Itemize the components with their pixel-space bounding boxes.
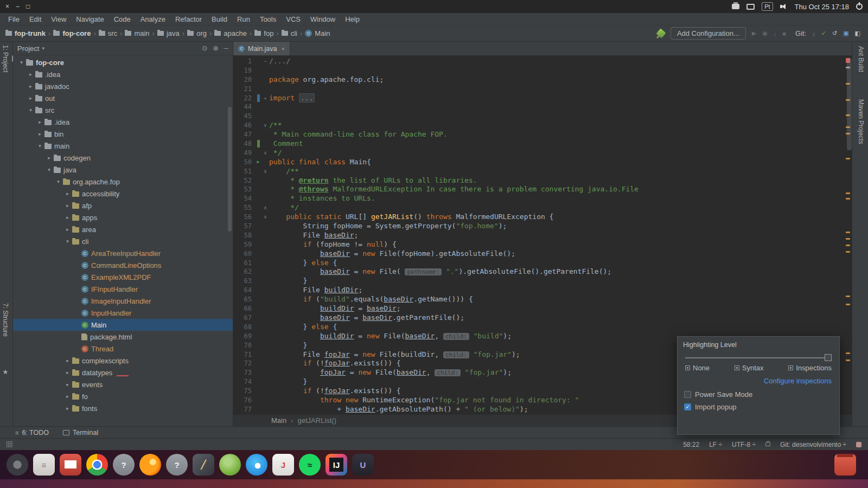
editor-scrollbar[interactable]	[847, 58, 852, 150]
tree-item-org-apache-fop[interactable]: ▾org.apache.fop	[13, 176, 233, 188]
printer-icon[interactable]	[732, 4, 739, 9]
breadcrumb-item-fop[interactable]: fop	[254, 29, 273, 37]
maximize-icon[interactable]: □	[26, 3, 30, 10]
breadcrumb-item-src[interactable]: src	[99, 29, 117, 37]
terminal-toolwindow[interactable]: Terminal	[63, 429, 98, 436]
level-syntax[interactable]: Syntax	[735, 364, 764, 372]
menu-item-refactor[interactable]: Refactor	[170, 13, 207, 25]
stripe-mark[interactable]	[846, 238, 850, 240]
tree-item-areatreeinputhandler[interactable]: CAreaTreeInputHandler	[13, 247, 233, 259]
menu-item-file[interactable]: File	[3, 13, 24, 25]
stripe-mark[interactable]	[846, 296, 850, 297]
tree-item-src[interactable]: ▾src	[13, 104, 233, 116]
fold-marker[interactable]: ∨	[261, 121, 269, 130]
tree-item-java[interactable]: ▾java	[13, 164, 233, 176]
stripe-mark[interactable]	[846, 232, 850, 233]
breadcrumb-item-org[interactable]: org	[187, 29, 207, 37]
dock-files-icon[interactable]: ≡	[33, 454, 55, 476]
tree-item-fo[interactable]: ▸fo	[13, 390, 233, 402]
tool-stripe-maven-projects[interactable]: Maven Projects	[857, 99, 865, 144]
expand-arrow-icon[interactable]: ▾	[17, 60, 25, 65]
tree-item-inputhandler[interactable]: CInputHandler	[13, 307, 233, 319]
dock-chrome-icon[interactable]	[86, 454, 108, 476]
git-commit-icon[interactable]: ✓	[821, 30, 826, 37]
tree-item-out[interactable]: ▸out	[13, 92, 233, 104]
close-tab-icon[interactable]: ×	[282, 46, 285, 52]
highlighting-indicator[interactable]	[856, 442, 861, 447]
fold-marker[interactable]: ∧	[261, 149, 269, 158]
gear-icon[interactable]: ⊛	[213, 44, 218, 52]
level-none[interactable]: None	[685, 364, 710, 372]
menu-item-run[interactable]: Run	[232, 13, 255, 25]
close-icon[interactable]: ×	[5, 3, 9, 10]
tree-item-complexscripts[interactable]: ▸complexscripts	[13, 355, 233, 367]
tree-item-javadoc[interactable]: ▸javadoc	[13, 80, 233, 92]
locate-icon[interactable]: ⊙	[202, 44, 207, 52]
menu-item-build[interactable]: Build	[207, 13, 232, 25]
tree-item-thread[interactable]: CThread	[13, 343, 233, 355]
expand-arrow-icon[interactable]: ▸	[63, 406, 72, 411]
dock-help-icon[interactable]: ?	[113, 454, 135, 476]
stripe-mark[interactable]	[846, 359, 850, 361]
expand-arrow-icon[interactable]: ▾	[27, 107, 35, 113]
stripe-mark[interactable]	[846, 251, 850, 253]
tree-item-ifinputhandler[interactable]: CIFInputHandler	[13, 283, 233, 295]
readonly-lock-icon[interactable]	[765, 442, 770, 446]
git-revert-icon[interactable]: ↺	[832, 30, 837, 37]
tree-item--idea[interactable]: ▸.idea	[13, 116, 233, 128]
tool-stripe-ant-build[interactable]: Ant Build	[857, 46, 865, 72]
fold-marker[interactable]: +	[261, 94, 269, 103]
keyboard-layout-indicator[interactable]: Pt	[762, 2, 773, 11]
tree-item-bin[interactable]: ▸bin	[13, 128, 233, 140]
menu-item-code[interactable]: Code	[109, 13, 136, 25]
stripe-mark[interactable]	[846, 192, 850, 194]
git-update-icon[interactable]: ↓	[812, 30, 815, 37]
expand-arrow-icon[interactable]: ▸	[27, 72, 35, 77]
project-scrollbar[interactable]	[228, 107, 232, 232]
expand-arrow-icon[interactable]: ▸	[45, 155, 53, 160]
expand-arrow-icon[interactable]: ▸	[27, 95, 35, 101]
tree-item-events[interactable]: ▸events	[13, 378, 233, 390]
dock-spotify-icon[interactable]: ≈	[299, 454, 321, 476]
project-panel-title[interactable]: Project▾	[17, 44, 44, 53]
stripe-mark[interactable]	[846, 304, 850, 305]
highlighting-slider[interactable]	[685, 353, 832, 363]
breadcrumb-item-fop-trunk[interactable]: fop-trunk	[5, 29, 46, 37]
menu-item-edit[interactable]: Edit	[24, 13, 46, 25]
dock-camera-icon[interactable]	[246, 454, 267, 476]
menu-item-tools[interactable]: Tools	[255, 13, 281, 25]
expand-arrow-icon[interactable]: ▸	[36, 119, 44, 125]
breadcrumb-item-java[interactable]: java	[157, 29, 180, 37]
configure-inspections-link[interactable]: Configure inspections	[678, 372, 839, 386]
expand-arrow-icon[interactable]: ▸	[36, 131, 44, 137]
tree-item-examplexml2pdf[interactable]: CExampleXML2PDF	[13, 271, 233, 283]
expand-arrow-icon[interactable]: ▸	[63, 215, 72, 220]
breadcrumb-class[interactable]: Main	[271, 416, 286, 425]
slider-handle[interactable]	[825, 354, 832, 361]
line-ending-selector[interactable]: LF ÷	[709, 441, 722, 448]
menu-item-navigate[interactable]: Navigate	[71, 13, 108, 25]
volume-icon[interactable]	[780, 3, 788, 10]
menu-item-vcs[interactable]: VCS	[281, 13, 305, 25]
clock[interactable]: Thu Oct 25 17:18	[795, 3, 849, 11]
tool-stripe-structure[interactable]: 7: Structure	[2, 303, 9, 337]
tree-item--idea[interactable]: ▸.idea	[13, 68, 233, 80]
tree-item-area[interactable]: ▸area	[13, 223, 233, 235]
expand-arrow-icon[interactable]: ▸	[27, 84, 35, 89]
tab-main-java[interactable]: C Main.java ×	[233, 42, 290, 55]
breadcrumb-item-main[interactable]: main	[125, 29, 149, 37]
hide-panel-icon[interactable]: ─	[224, 44, 228, 52]
stripe-mark[interactable]	[846, 158, 850, 159]
todo-toolwindow[interactable]: ≡6: TODO	[15, 429, 49, 436]
menu-item-view[interactable]: View	[46, 13, 71, 25]
stripe-mark[interactable]	[846, 352, 850, 354]
menu-item-window[interactable]: Window	[305, 13, 340, 25]
import-popup-checkbox[interactable]: ✓Import popup	[678, 399, 839, 411]
stripe-mark[interactable]	[846, 245, 850, 246]
dock-app-red-icon[interactable]	[60, 454, 81, 476]
expand-arrow-icon[interactable]: ▸	[63, 382, 72, 387]
tree-item-fop-core[interactable]: ▾fop-core	[13, 56, 233, 68]
expand-arrow-icon[interactable]: ▸	[63, 358, 72, 363]
tree-item-imageinputhandler[interactable]: CImageInputHandler	[13, 295, 233, 307]
tree-item-accessibility[interactable]: ▸accessibility	[13, 188, 233, 200]
